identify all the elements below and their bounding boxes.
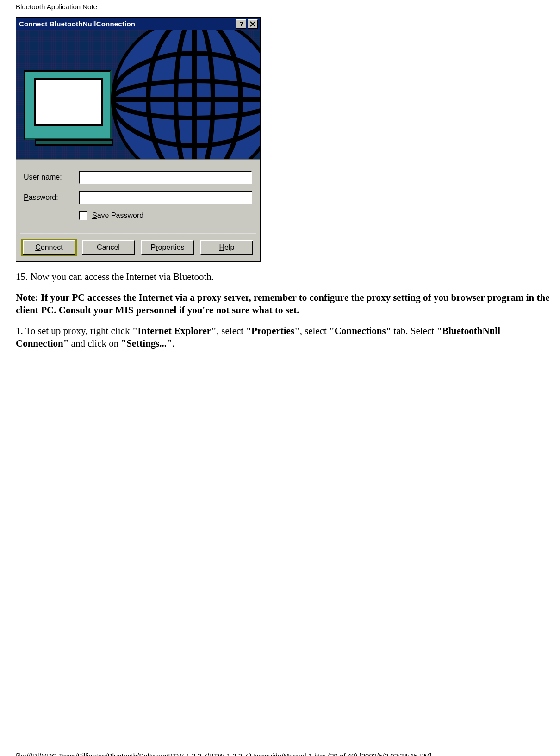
password-input[interactable] — [79, 191, 252, 204]
save-password-checkbox[interactable] — [79, 211, 87, 220]
proxy-step-1: 1. To set up proxy, right click "Interne… — [16, 325, 555, 350]
save-password-label: Save Password — [92, 211, 143, 220]
svg-text:?: ? — [239, 21, 243, 27]
password-label: Password: — [24, 193, 79, 202]
dialog-title: Connect BluetoothNullConnection — [19, 20, 235, 28]
dialog-titlebar: Connect BluetoothNullConnection ? — [16, 18, 260, 30]
step-15-text: 15. Now you can access the Internet via … — [16, 271, 555, 283]
help-button[interactable]: Help — [200, 240, 253, 255]
monitor-icon — [24, 70, 121, 149]
username-label: User name: — [24, 173, 79, 181]
connect-button[interactable]: Connect — [23, 240, 75, 255]
globe-icon — [109, 30, 260, 160]
note-text: Note: If your PC accesses the Internet v… — [16, 291, 555, 316]
username-input[interactable] — [79, 171, 252, 184]
close-icon[interactable] — [248, 19, 258, 29]
connect-dialog: Connect BluetoothNullConnection ? — [16, 17, 261, 262]
page-footer: file:///D|/MDC Team/Billionton/Bluetooth… — [16, 752, 555, 756]
dialog-banner — [16, 30, 260, 160]
cancel-button[interactable]: Cancel — [82, 240, 135, 255]
dialog-form: User name: Password: Save Password — [16, 160, 260, 230]
page-header: Bluetooth Application Note — [16, 3, 555, 11]
properties-button[interactable]: Properties — [141, 240, 194, 255]
dialog-buttons: Connect Cancel Properties Help — [16, 234, 260, 261]
password-row: Password: — [24, 191, 252, 204]
help-icon[interactable]: ? — [236, 19, 246, 29]
username-row: User name: — [24, 171, 252, 184]
save-password-row: Save Password — [79, 211, 252, 220]
